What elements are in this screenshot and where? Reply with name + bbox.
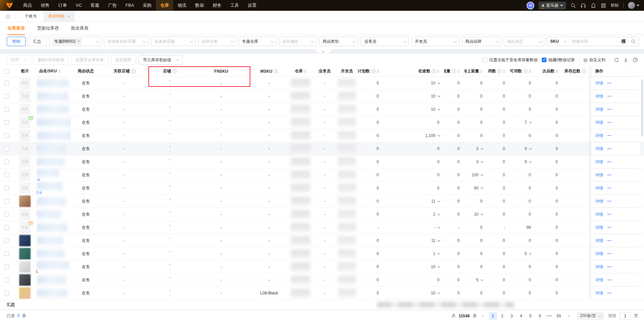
vertical-scrollbar[interactable] [641,79,643,137]
close-icon[interactable]: × [67,14,70,19]
detail-link[interactable]: 详情 [595,172,603,178]
toolbar-button-0[interactable]: 删除0库存数据 [33,55,69,65]
search-field-select[interactable]: SKU [547,39,569,44]
chevron-down-icon[interactable] [437,291,440,294]
col-header-occupied[interactable]: 占用数? [487,66,510,76]
more-actions-button[interactable]: ⋯ [607,264,612,269]
chevron-down-icon[interactable] [437,199,440,202]
row-checkbox[interactable] [4,264,9,269]
detail-link[interactable]: 详情 [595,238,603,244]
col-header-defect[interactable]: 次品数 [536,66,563,76]
fuzzy-match-toggle[interactable]: 模 [619,38,628,44]
filter-select-9[interactable]: 商品品牌 [462,37,501,46]
store-selector[interactable]: a 亚马逊 [539,2,566,9]
row-checkbox[interactable] [4,173,9,177]
app-logo[interactable] [0,0,19,11]
detail-link[interactable]: 详情 [595,290,603,296]
ai-assistant-button[interactable]: AI [527,2,534,9]
detail-link[interactable]: 详情 [595,185,603,191]
chevron-down-icon[interactable] [529,252,532,254]
more-actions-button[interactable]: ⋯ [607,225,612,230]
nav-item-VC[interactable]: VC [71,0,86,11]
more-actions-button[interactable]: ⋯ [607,94,612,99]
chevron-down-icon[interactable] [437,265,440,268]
chevron-down-icon[interactable] [437,225,440,228]
detail-link[interactable]: 详情 [595,133,603,139]
more-actions-button[interactable]: ⋯ [607,146,612,151]
more-actions-button[interactable]: ⋯ [607,186,612,190]
row-checkbox[interactable] [4,69,9,74]
detail-view-button[interactable]: 明细 [7,37,26,46]
col-header-plan[interactable]: 计划数? [357,66,384,76]
chevron-down-icon[interactable] [529,120,532,123]
detail-link[interactable]: 详情 [595,107,603,112]
detail-link[interactable]: 详情 [595,146,603,152]
row-checkbox[interactable] [4,238,9,243]
row-checkbox[interactable] [4,133,9,138]
help-link[interactable]: 帮助 [611,3,619,8]
col-header-sku[interactable]: 品名/SKU [36,66,71,76]
refresh-icon[interactable] [614,57,619,63]
row-checkbox[interactable] [4,146,9,151]
sort-icon[interactable] [377,70,379,73]
subnav-item-货架位库存[interactable]: 货架位库存 [37,22,59,35]
detail-link[interactable]: 详情 [595,94,603,99]
row-checkbox[interactable] [4,186,9,190]
detail-link[interactable]: 详情 [595,120,603,126]
chevron-down-icon[interactable] [437,212,440,215]
row-checkbox[interactable] [4,251,9,256]
more-actions-button[interactable]: ⋯ [607,120,612,125]
page-size-select[interactable]: 200条/页 [577,312,604,320]
detail-link[interactable]: 详情 [595,199,603,204]
nav-item-数据[interactable]: 数据 [191,0,208,11]
remove-tag-icon[interactable]: × [77,39,80,44]
filter-select-10[interactable]: 商品状态 [504,37,544,46]
filter-select-8[interactable]: 开发员 [412,37,459,46]
apps-grid-icon[interactable] [601,3,606,8]
sort-icon[interactable] [304,70,306,73]
headset-icon[interactable] [580,3,586,8]
sort-icon[interactable] [458,70,460,73]
print-button[interactable]: 打印 [7,55,31,65]
chevron-down-icon[interactable] [437,239,440,241]
page-button-4[interactable]: 4 [517,312,525,320]
sku-fragment[interactable]: L [36,270,38,273]
detail-link[interactable]: 详情 [595,225,603,230]
prev-page-button[interactable]: ‹ [479,312,487,320]
filter-select-3[interactable]: 全部分类 [198,37,236,46]
sort-icon[interactable] [556,70,558,73]
row-checkbox[interactable] [4,94,9,99]
chevron-down-icon[interactable] [480,160,483,163]
row-checkbox[interactable] [4,225,9,230]
more-actions-button[interactable]: ⋯ [607,81,612,85]
filter-select-5[interactable]: 全部属性 [279,37,317,46]
detail-link[interactable]: 详情 [595,277,603,283]
nav-item-商品[interactable]: 商品 [19,0,36,11]
nav-item-物流[interactable]: 物流 [173,0,191,11]
summary-view-button[interactable]: 汇总 [28,37,46,46]
filter-select-1[interactable]: 请选择关联店铺 [104,37,148,46]
customize-columns-button[interactable]: ◎ 自定义列 [583,57,605,63]
page-button-1[interactable]: 1 [489,312,497,320]
sort-icon[interactable] [480,70,482,73]
page-button-58[interactable]: 58 [555,312,563,320]
more-actions-button[interactable]: ⋯ [607,173,612,177]
hide-zero-checkbox[interactable]: ✓ 隐藏0数据记录 [542,57,575,63]
col-header-pending[interactable]: 待检量? [444,66,464,76]
subnav-item-仓库库存[interactable]: 仓库库存 [7,22,25,35]
filter-select-2[interactable]: 请选择店铺 [151,37,195,46]
chevron-down-icon[interactable] [437,81,440,84]
download-icon[interactable] [623,57,629,63]
sku-fragment[interactable]: -a [36,178,40,181]
goto-page-input[interactable]: 1 [620,312,631,320]
notification-bell-icon[interactable] [591,3,596,8]
more-actions-button[interactable]: ⋯ [607,199,612,204]
more-actions-button[interactable]: ⋯ [607,133,612,138]
chevron-down-icon[interactable] [437,134,440,136]
chevron-down-icon[interactable] [437,94,440,97]
more-actions-button[interactable]: ⋯ [607,107,612,112]
home-button[interactable] [0,14,15,19]
more-actions-button[interactable]: ⋯ [607,278,612,282]
row-checkbox[interactable] [4,278,9,282]
chevron-down-icon[interactable] [480,212,483,215]
